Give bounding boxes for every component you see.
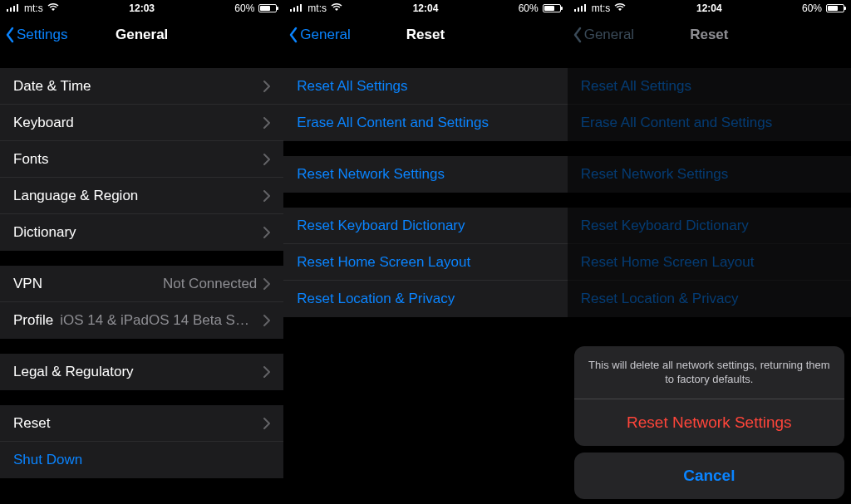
chevron-right-icon [263,117,270,129]
nav-title: General [116,27,168,43]
chevron-left-icon [573,27,583,43]
row-shut-down[interactable]: Shut Down [0,442,283,478]
row-dictionary[interactable]: Dictionary [0,214,283,251]
group-reset-network: Reset Network Settings [568,156,851,193]
row-label: Erase All Content and Settings [581,115,838,131]
row-label: Erase All Content and Settings [297,115,553,131]
back-label: General [300,27,350,43]
chevron-right-icon [263,190,270,202]
svg-rect-8 [574,9,576,12]
svg-rect-6 [297,6,298,12]
row-language-region[interactable]: Language & Region [0,178,283,214]
row-label: Reset Location & Privacy [581,291,838,307]
back-button[interactable]: Settings [5,17,67,53]
wifi-icon [47,3,59,13]
row-reset-network-settings: Reset Network Settings [568,156,851,193]
row-legal-regulatory[interactable]: Legal & Regulatory [0,354,283,390]
nav-bar: General Reset [568,17,851,53]
chevron-right-icon [263,315,270,326]
status-clock: 12:04 [696,2,722,14]
signal-icon [7,2,20,14]
svg-rect-0 [7,9,8,12]
row-label: Reset All Settings [297,78,553,95]
chevron-right-icon [263,278,270,290]
row-label: Profile [13,312,53,329]
battery-percent: 60% [802,2,822,14]
group-reset-other: Reset Keyboard Dictionary Reset Home Scr… [568,208,851,317]
row-date-time[interactable]: Date & Time [0,68,283,105]
row-label: Keyboard [13,115,263,131]
row-reset-all-settings: Reset All Settings [568,68,851,105]
row-profile[interactable]: Profile iOS 14 & iPadOS 14 Beta Softwar.… [0,302,283,339]
row-label: Reset Keyboard Dictionary [581,218,838,234]
panel-reset-confirm: mt:s 12:04 60% General Reset [568,0,851,504]
row-reset-keyboard-dictionary: Reset Keyboard Dictionary [568,208,851,244]
row-erase-all-content[interactable]: Erase All Content and Settings [283,105,567,141]
action-sheet-message: This will delete all network settings, r… [574,346,844,399]
chevron-right-icon [263,227,270,238]
row-fonts[interactable]: Fonts [0,141,283,178]
row-label: Reset Network Settings [581,166,838,183]
carrier-label: mt:s [592,2,611,14]
nav-bar: General Reset [283,17,567,53]
row-reset-location-privacy[interactable]: Reset Location & Privacy [283,281,567,317]
action-sheet-group: This will delete all network settings, r… [574,346,844,446]
row-reset-home-screen-layout: Reset Home Screen Layout [568,244,851,281]
group-reset-network: Reset Network Settings [283,156,567,193]
row-reset-network-settings[interactable]: Reset Network Settings [283,156,567,193]
status-clock: 12:04 [413,2,439,14]
row-vpn[interactable]: VPN Not Connected [0,266,283,302]
back-label: Settings [17,27,67,43]
back-button[interactable]: General [288,17,350,53]
group-vpn-profile: VPN Not Connected Profile iOS 14 & iPadO… [0,266,283,339]
chevron-right-icon [263,418,270,429]
row-reset-location-privacy: Reset Location & Privacy [568,281,851,317]
battery-icon [826,4,844,12]
group-legal: Legal & Regulatory [0,354,283,390]
battery-percent: 60% [234,2,254,14]
row-label: Reset Location & Privacy [297,291,553,307]
row-keyboard[interactable]: Keyboard [0,105,283,141]
row-value: Not Connected [163,276,257,292]
svg-rect-2 [13,6,15,12]
chevron-right-icon [263,81,270,92]
svg-rect-9 [578,7,579,12]
status-bar: mt:s 12:04 60% [283,0,567,17]
row-reset-keyboard-dictionary[interactable]: Reset Keyboard Dictionary [283,208,567,244]
chevron-right-icon [263,366,270,378]
row-erase-all-content: Erase All Content and Settings [568,105,851,141]
svg-rect-7 [300,4,302,12]
row-label: VPN [13,276,163,292]
svg-rect-1 [10,7,12,12]
nav-title: Reset [406,27,445,43]
chevron-left-icon [5,27,15,43]
battery-icon [258,4,277,12]
action-sheet-destructive-button[interactable]: Reset Network Settings [574,399,844,446]
row-label: Dictionary [13,224,263,241]
status-bar: mt:s 12:03 60% [0,0,283,17]
status-bar: mt:s 12:04 60% [568,0,851,17]
chevron-left-icon [288,27,298,43]
nav-bar: Settings General [0,17,283,53]
row-reset-all-settings[interactable]: Reset All Settings [283,68,567,105]
row-label: Shut Down [13,452,270,468]
group-reset-all: Reset All Settings Erase All Content and… [283,68,567,141]
action-sheet-cancel-button[interactable]: Cancel [574,453,844,499]
row-label: Reset Keyboard Dictionary [297,218,553,234]
group-reset-other: Reset Keyboard Dictionary Reset Home Scr… [283,208,567,317]
row-label: Reset All Settings [581,78,838,95]
row-reset[interactable]: Reset [0,405,283,442]
row-label: Language & Region [13,188,263,204]
carrier-label: mt:s [24,2,43,14]
row-label: Reset [13,415,263,432]
wifi-icon [331,3,342,13]
action-sheet: This will delete all network settings, r… [574,346,844,499]
row-label: Reset Home Screen Layout [297,254,553,271]
svg-rect-10 [581,6,583,12]
row-value: iOS 14 & iPadOS 14 Beta Softwar... [60,312,257,329]
battery-icon [543,4,561,12]
back-button: General [573,17,634,53]
chevron-right-icon [263,154,270,165]
battery-percent: 60% [519,2,539,14]
row-reset-home-screen-layout[interactable]: Reset Home Screen Layout [283,244,567,281]
